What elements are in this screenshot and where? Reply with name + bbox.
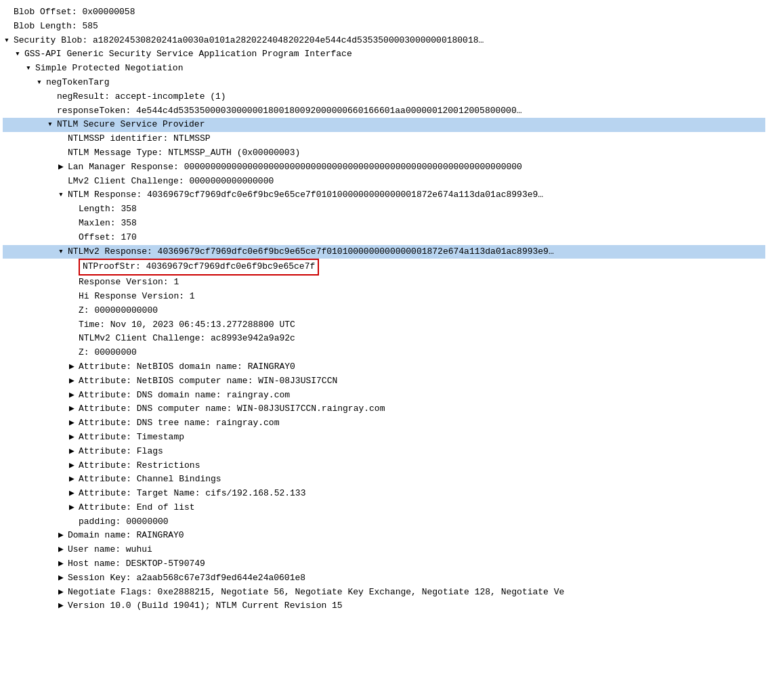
collapse-toggle[interactable]: ▶ [69, 402, 79, 416]
collapse-toggle[interactable]: ▾ [47, 118, 57, 132]
tree-line[interactable]: LMv2 Client Challenge: 0000000000000000 [3, 175, 765, 189]
tree-line[interactable]: NTProofStr: 40369679cf7969dfc0e6f9bc9e65… [3, 259, 765, 276]
tree-line[interactable]: padding: 00000000 [3, 515, 765, 529]
tree-line[interactable]: ▶Lan Manager Response: 00000000000000000… [3, 160, 765, 175]
collapse-toggle[interactable]: ▶ [69, 360, 79, 374]
collapse-toggle[interactable]: ▶ [69, 416, 79, 431]
tree-line[interactable]: ▶Attribute: NetBIOS computer name: WIN-0… [3, 374, 765, 389]
collapse-toggle[interactable]: ▶ [69, 374, 79, 389]
tree-line[interactable]: ▶Attribute: Target Name: cifs/192.168.52… [3, 487, 765, 501]
indent-spacer [15, 529, 26, 543]
collapse-toggle[interactable]: ▶ [58, 529, 68, 543]
collapse-toggle[interactable]: ▶ [69, 473, 79, 487]
leaf-spacer [69, 332, 79, 346]
indent-spacer [37, 290, 47, 304]
tree-line[interactable]: NTLMSSP identifier: NTLMSSP [3, 132, 765, 146]
tree-line[interactable]: Offset: 170 [3, 231, 765, 245]
tree-line[interactable]: Length: 358 [3, 202, 765, 217]
tree-line[interactable]: ▾NTLMv2 Response: 40369679cf7969dfc0e6f9… [3, 245, 765, 259]
tree-line[interactable]: ▶Attribute: DNS computer name: WIN-08J3U… [3, 402, 765, 416]
tree-line[interactable]: ▾NTLM Response: 40369679cf7969dfc0e6f9bc… [3, 188, 765, 202]
tree-node-label: Attribute: DNS domain name: raingray.com [79, 389, 290, 403]
indent-spacer [4, 360, 15, 374]
tree-line[interactable]: ▶Domain name: RAINGRAY0 [3, 529, 765, 543]
tree-line[interactable]: ▶User name: wuhui [3, 543, 765, 557]
collapse-toggle[interactable]: ▶ [58, 160, 68, 175]
tree-node-label: Lan Manager Response: 000000000000000000… [68, 160, 522, 175]
tree-line[interactable]: ▶Attribute: DNS domain name: raingray.co… [3, 389, 765, 403]
tree-line[interactable]: ▾negTokenTarg [3, 76, 765, 90]
collapse-toggle[interactable]: ▾ [58, 188, 68, 202]
tree-line[interactable]: ▾NTLM Secure Service Provider [3, 118, 765, 132]
tree-line[interactable]: Z: 00000000 [3, 346, 765, 360]
indent-spacer [15, 118, 26, 132]
collapse-toggle[interactable]: ▶ [69, 459, 79, 473]
tree-line[interactable]: Z: 000000000000 [3, 304, 765, 318]
tree-node-label: Attribute: Channel Bindings [79, 473, 221, 487]
indent-spacer [47, 389, 58, 403]
collapse-toggle[interactable]: ▶ [58, 543, 68, 557]
indent-spacer [4, 217, 15, 231]
indent-spacer [47, 290, 58, 304]
collapse-toggle[interactable]: ▶ [69, 445, 79, 459]
tree-line[interactable]: Response Version: 1 [3, 276, 765, 290]
collapse-toggle[interactable]: ▶ [58, 586, 68, 600]
indent-spacer [47, 146, 58, 160]
indent-spacer [58, 416, 69, 431]
collapse-toggle[interactable]: ▾ [37, 76, 46, 90]
indent-spacer [26, 515, 37, 529]
leaf-spacer [4, 5, 14, 20]
indent-spacer [37, 217, 47, 231]
tree-line[interactable]: ▶Host name: DESKTOP-5T90749 [3, 557, 765, 571]
tree-line[interactable]: ▶Negotiate Flags: 0xe2888215, Negotiate … [3, 586, 765, 600]
tree-line[interactable]: negResult: accept-incomplete (1) [3, 90, 765, 104]
indent-spacer [26, 543, 37, 557]
tree-line[interactable]: NTLMv2 Client Challenge: ac8993e942a9a92… [3, 332, 765, 346]
indent-spacer [47, 202, 58, 217]
collapse-toggle[interactable]: ▾ [26, 62, 35, 76]
indent-spacer [4, 473, 15, 487]
tree-line[interactable]: ▾Security Blob: a182024530820241a0030a01… [3, 34, 765, 48]
tree-node-label: negResult: accept-incomplete (1) [57, 90, 226, 104]
collapse-toggle[interactable]: ▾ [15, 47, 24, 62]
indent-spacer [58, 445, 69, 459]
tree-line[interactable]: ▾Simple Protected Negotiation [3, 62, 765, 76]
tree-line[interactable]: ▶Attribute: NetBIOS domain name: RAINGRA… [3, 360, 765, 374]
tree-line[interactable]: NTLM Message Type: NTLMSSP_AUTH (0x00000… [3, 146, 765, 160]
tree-line[interactable]: ▶Attribute: DNS tree name: raingray.com [3, 416, 765, 431]
tree-line[interactable]: ▶Attribute: Flags [3, 445, 765, 459]
collapse-toggle[interactable]: ▶ [58, 571, 68, 586]
tree-line[interactable]: Hi Response Version: 1 [3, 290, 765, 304]
tree-line[interactable]: Blob Offset: 0x00000058 [3, 5, 765, 20]
collapse-toggle[interactable]: ▶ [69, 389, 79, 403]
indent-spacer [4, 402, 15, 416]
indent-spacer [26, 416, 37, 431]
indent-spacer [58, 487, 69, 501]
tree-line[interactable]: Time: Nov 10, 2023 06:45:13.277288800 UT… [3, 318, 765, 332]
indent-spacer [4, 276, 15, 290]
tree-line[interactable]: ▶Session Key: a2aab568c67e73df9ed644e24a… [3, 571, 765, 586]
indent-spacer [37, 318, 47, 332]
tree-line[interactable]: Maxlen: 358 [3, 217, 765, 231]
indent-spacer [47, 231, 58, 245]
collapse-toggle[interactable]: ▾ [4, 34, 14, 48]
collapse-toggle[interactable]: ▶ [58, 599, 68, 613]
tree-line[interactable]: ▶Attribute: Channel Bindings [3, 473, 765, 487]
collapse-toggle[interactable]: ▶ [69, 431, 79, 445]
tree-node-label: NTLMSSP identifier: NTLMSSP [68, 132, 211, 146]
tree-line[interactable]: ▶Attribute: Timestamp [3, 431, 765, 445]
collapse-toggle[interactable]: ▶ [58, 557, 68, 571]
indent-spacer [26, 473, 37, 487]
collapse-toggle[interactable]: ▾ [58, 245, 68, 259]
tree-line[interactable]: Blob Length: 585 [3, 20, 765, 34]
collapse-toggle[interactable]: ▶ [69, 487, 79, 501]
tree-line[interactable]: ▶Attribute: End of list [3, 501, 765, 515]
collapse-toggle[interactable]: ▶ [69, 501, 79, 515]
indent-spacer [37, 416, 47, 431]
tree-line[interactable]: ▾GSS-API Generic Security Service Applic… [3, 47, 765, 62]
tree-line[interactable]: ▶Attribute: Restrictions [3, 459, 765, 473]
tree-line[interactable]: ▶Version 10.0 (Build 19041); NTLM Curren… [3, 599, 765, 613]
tree-node-label: Offset: 170 [79, 231, 137, 245]
tree-line[interactable]: responseToken: 4e544c4d53535000030000001… [3, 104, 765, 118]
tree-node-label: negTokenTarg [46, 76, 110, 90]
